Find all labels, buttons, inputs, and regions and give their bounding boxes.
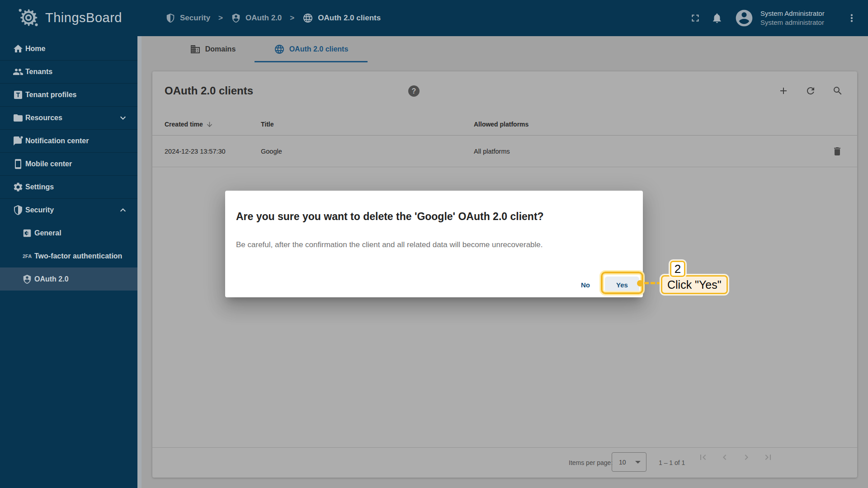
chevron-up-icon (118, 205, 128, 216)
shield-icon (13, 205, 24, 216)
notification-center-icon (13, 136, 24, 146)
shield-account-icon (22, 274, 33, 285)
paginator: Items per page: 10 1 – 1 of 1 (152, 447, 857, 478)
first-page-icon[interactable] (698, 452, 708, 463)
header-actions: System Administrator System administrato… (684, 0, 868, 36)
no-button[interactable]: No (572, 277, 599, 293)
avatar (734, 8, 754, 28)
previous-page-icon[interactable] (719, 452, 730, 463)
user-role: System administrator (760, 18, 836, 27)
page-range-label: 1 – 1 of 1 (659, 459, 685, 466)
sidebar-item-security-general[interactable]: General (0, 221, 137, 244)
sidebar-item-notification-center[interactable]: Notification center (0, 129, 137, 152)
sidebar-item-home[interactable]: Home (0, 37, 137, 60)
refresh-button[interactable] (805, 85, 816, 96)
sort-descending-arrow-icon (206, 121, 213, 128)
breadcrumb-separator: > (290, 14, 294, 23)
delete-confirm-dialog: Are you sure you want to delete the 'Goo… (225, 191, 643, 297)
breadcrumb-oauth[interactable]: OAuth 2.0 (231, 13, 282, 23)
sidebar-scrollbar[interactable] (137, 36, 142, 488)
dialog-title: Are you sure you want to delete the 'Goo… (236, 211, 632, 223)
domains-icon (190, 44, 201, 55)
column-header-allowed-platforms[interactable]: Allowed platforms (474, 113, 528, 136)
sidebar-item-resources[interactable]: Resources (0, 106, 137, 129)
card-title: OAuth 2.0 clients (165, 84, 253, 97)
cell-allowed-platforms: All platforms (474, 136, 510, 167)
breadcrumb: Security > OAuth 2.0 > OAuth 2.0 clients (165, 0, 381, 36)
annotation-step-badge: 2 (670, 261, 685, 277)
select-arrow-icon (635, 461, 641, 464)
sidebar-item-mobile-center[interactable]: Mobile center (0, 152, 137, 175)
column-header-created-time[interactable]: Created time (165, 113, 213, 136)
top-header-bar: ThingsBoard Security > OAuth 2.0 > (0, 0, 868, 36)
breadcrumb-oauth-clients: OAuth 2.0 clients (302, 13, 381, 23)
user-menu[interactable]: System Administrator System administrato… (734, 8, 836, 28)
column-header-title[interactable]: Title (261, 113, 274, 136)
2fa-icon: 2FA (22, 251, 33, 262)
tab-oauth-clients[interactable]: OAuth 2.0 clients (255, 36, 368, 62)
next-page-icon[interactable] (741, 452, 752, 463)
shield-account-icon (231, 13, 241, 23)
table-header-row: Created time Title Allowed platforms (152, 113, 857, 136)
annotation-connector-dot (637, 280, 643, 286)
app-title: ThingsBoard (45, 10, 122, 25)
annotation-connector-line (644, 282, 661, 284)
globe-icon (302, 13, 313, 23)
cell-title: Google (261, 136, 282, 167)
tenants-icon (13, 66, 24, 77)
sidebar-item-settings[interactable]: Settings (0, 175, 137, 198)
sidebar-item-oauth[interactable]: OAuth 2.0 (0, 267, 137, 291)
sidebar: Home Tenants Tenant profiles Resources N… (0, 36, 142, 488)
delete-client-icon[interactable] (832, 146, 843, 157)
gear-icon (13, 182, 24, 192)
page-size-value: 10 (619, 459, 626, 466)
sidebar-item-tenants[interactable]: Tenants (0, 60, 137, 83)
globe-icon (274, 44, 285, 55)
shield-icon (165, 13, 175, 23)
tab-bar: Domains OAuth 2.0 clients (142, 36, 868, 62)
items-per-page-label: Items per page: (569, 459, 613, 466)
tenant-profiles-icon (13, 89, 24, 100)
tab-domains[interactable]: Domains (171, 36, 255, 62)
app-logo[interactable]: ThingsBoard (17, 6, 122, 29)
active-tab-underline (255, 61, 368, 62)
thingsboard-app: ThingsBoard Security > OAuth 2.0 > (0, 0, 868, 488)
card-toolbar (778, 85, 843, 96)
user-name: System Administrator (760, 9, 836, 18)
page-size-select[interactable]: 10 (612, 452, 646, 472)
folder-icon (13, 113, 24, 123)
home-icon (13, 43, 24, 54)
help-icon[interactable]: ? (408, 85, 420, 97)
last-page-icon[interactable] (763, 452, 774, 463)
sidebar-item-tenant-profiles[interactable]: Tenant profiles (0, 83, 137, 106)
search-icon[interactable] (832, 85, 843, 96)
table-row[interactable]: 2024-12-23 13:57:30 Google All platforms (152, 136, 857, 167)
breadcrumb-security[interactable]: Security (165, 13, 210, 23)
add-client-button[interactable] (778, 85, 789, 96)
fullscreen-icon[interactable] (684, 7, 706, 29)
cell-created-time: 2024-12-23 13:57:30 (165, 136, 226, 167)
dialog-message: Be careful, after the confirmation the c… (236, 240, 634, 249)
sidebar-item-two-factor-auth[interactable]: 2FA Two-factor authentication (0, 244, 137, 267)
mobile-icon (13, 159, 24, 169)
general-settings-icon (22, 228, 33, 239)
thingsboard-logo-icon (17, 6, 40, 29)
notifications-bell-icon[interactable] (706, 7, 728, 29)
breadcrumb-separator: > (218, 14, 223, 23)
chevron-down-icon (118, 113, 128, 123)
annotation-callout: Click "Yes" (661, 275, 728, 294)
kebab-menu-icon[interactable] (841, 7, 863, 29)
sidebar-item-security[interactable]: Security (0, 198, 137, 221)
